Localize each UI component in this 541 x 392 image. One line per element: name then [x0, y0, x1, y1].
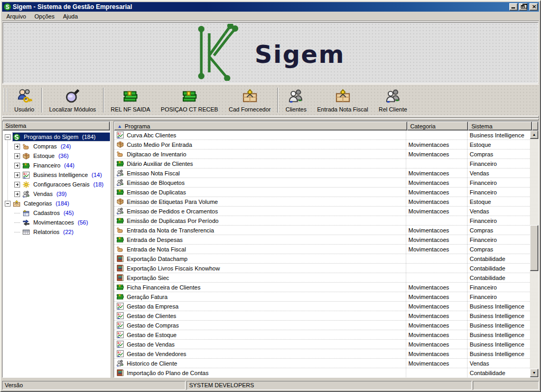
toolbar-button[interactable]: Rel Cliente: [374, 86, 413, 114]
table-row[interactable]: Emissao de DuplicatasMovimentacoesFinanc…: [114, 188, 530, 197]
tree-item[interactable]: Compras(24): [3, 142, 110, 151]
arrows-icon: [22, 219, 30, 227]
category-cell: Movimentacoes: [406, 188, 467, 197]
system-cell: Financeiro: [467, 235, 530, 244]
table-row[interactable]: Emissao Nota FiscalMovimentacoesVendas: [114, 169, 530, 178]
table-row[interactable]: B.IGestao de VendedoresMovimentacoesBusi…: [114, 349, 530, 359]
table-row[interactable]: Custo Medio Por EntradaMovimentacoesEsto…: [114, 140, 530, 150]
tree-connector: [14, 232, 20, 232]
column-header-sistema[interactable]: Sistema: [468, 122, 532, 130]
tree-header[interactable]: Sistema: [3, 122, 110, 130]
tree-item[interactable]: Vendas(39): [3, 189, 110, 199]
table-row[interactable]: B.IGestao de VendasMovimentacoesBusiness…: [114, 340, 530, 349]
toolbar-separator: [277, 88, 278, 113]
restore-button[interactable]: [519, 3, 527, 11]
tree-item[interactable]: Relatorios(22): [3, 227, 110, 237]
minimize-button[interactable]: [509, 3, 518, 11]
system-tree-panel: Sistema Programas do Sigem(184)Compras(2…: [2, 121, 110, 378]
table-row[interactable]: Exportação DatachampContabilidade: [114, 254, 530, 264]
tree-item[interactable]: Movimentacoes(56): [3, 218, 110, 227]
package-icon: [335, 88, 351, 104]
table-row[interactable]: B.ICurva Abc ClientesBusiness Intelligen…: [114, 130, 530, 140]
table-row[interactable]: B.IGestao de ComprasMovimentacoesBusines…: [114, 321, 530, 330]
expand-icon[interactable]: [14, 163, 20, 169]
tree-item[interactable]: Categorias(184): [3, 199, 110, 208]
program-name: Historico de Cliente: [127, 360, 177, 367]
category-cell: Movimentacoes: [406, 292, 467, 301]
tree-item-label: Movimentacoes: [32, 219, 75, 226]
column-header-programa[interactable]: ▲Programa: [114, 122, 407, 130]
tree-item[interactable]: Programas do Sigem(184): [3, 132, 110, 142]
menu-item[interactable]: Opções: [30, 12, 59, 21]
table-row[interactable]: B.IGestao de ClientesMovimentacoesBusine…: [114, 311, 530, 321]
system-cell: Financeiro: [467, 178, 530, 187]
table-row[interactable]: Entrada de Nota FiscalMovimentacoesCompr…: [114, 245, 530, 254]
toolbar-gripper[interactable]: [4, 88, 8, 112]
toolbar-button[interactable]: Entrada Nota Fiscal: [312, 86, 374, 114]
table-row[interactable]: Importação do Plano de ContasContabilida…: [114, 368, 530, 377]
toolbar-button[interactable]: Cad Fornecedor: [223, 86, 276, 114]
category-cell: [406, 273, 467, 282]
people-icon: [116, 359, 124, 367]
expand-icon[interactable]: [14, 191, 20, 197]
tree-item[interactable]: B.IBusiness Intelligence(14): [3, 170, 110, 180]
toolbar-button[interactable]: POSIÇAO CT RECEB: [155, 86, 223, 114]
menu-item[interactable]: Arquivo: [2, 12, 30, 21]
table-row[interactable]: Diário Auxiliar de ClientesFinanceiro: [114, 159, 530, 169]
toolbar-button[interactable]: Usuário: [9, 86, 40, 114]
table-row[interactable]: Exportação Livros Fiscais KnowhowContabi…: [114, 264, 530, 273]
toolbar-button[interactable]: Clientes: [280, 86, 312, 114]
people-icon: [288, 88, 304, 104]
table-row[interactable]: Emissão de Duplicatas Por PeríodoFinance…: [114, 216, 530, 226]
category-cell: Movimentacoes: [406, 245, 467, 254]
tree-item[interactable]: Cadastros(45): [3, 208, 110, 218]
system-cell: Compras: [467, 150, 530, 158]
scroll-up-button[interactable]: ▲: [530, 130, 538, 139]
status-extra: [473, 381, 539, 390]
table-row[interactable]: Emissao de Etiquetas Para VolumeMoviment…: [114, 197, 530, 207]
scroll-down-button[interactable]: ▼: [530, 369, 538, 377]
tree-item[interactable]: Financeiro(44): [3, 161, 110, 170]
table-row[interactable]: B.IGestao da EmpresaMovimentacoesBusines…: [114, 302, 530, 311]
collapse-icon[interactable]: [5, 134, 11, 140]
table-row[interactable]: B.IGestao de EstoqueMovimentacoesBusines…: [114, 330, 530, 340]
toolbar-button[interactable]: REL NF SAIDA: [106, 86, 156, 114]
toolbar-button[interactable]: Localizar Módulos: [44, 86, 101, 114]
toolbar-button-label: Cad Fornecedor: [229, 106, 271, 113]
tree-item[interactable]: Configuracoes Gerais(18): [3, 180, 110, 189]
category-cell: Movimentacoes: [406, 178, 467, 187]
tree-body: Programas do Sigem(184)Compras(24)Estoqu…: [3, 130, 110, 377]
table-row[interactable]: Emissao de Pedidos e OrcamentosMovimenta…: [114, 207, 530, 216]
bi-icon: B.I: [116, 350, 124, 358]
tree-guide-line: [7, 138, 8, 207]
system-cell: Financeiro: [467, 188, 530, 197]
tree-item-label: Vendas: [32, 190, 54, 198]
collapse-icon[interactable]: [5, 201, 11, 207]
column-header-categoria[interactable]: Categoria: [407, 122, 469, 130]
table-row[interactable]: Geração FaturaMovimentacoesFinanceiro: [114, 292, 530, 302]
table-row[interactable]: Historico de ClienteMovimentacoesVendas: [114, 359, 530, 368]
expand-icon[interactable]: [14, 182, 20, 188]
package-icon: [242, 88, 258, 104]
tree-item-count: (14): [91, 172, 102, 178]
vertical-scrollbar[interactable]: ▲ ▼: [530, 130, 538, 377]
toolbar-separator: [41, 88, 42, 113]
table-row[interactable]: Entrada da Nota de TransferenciaMoviment…: [114, 226, 530, 235]
tree-item[interactable]: Estoque(36): [3, 151, 110, 161]
menu-item[interactable]: Ajuda: [59, 12, 82, 21]
expand-icon[interactable]: [14, 144, 20, 150]
scroll-thumb[interactable]: [530, 225, 538, 271]
tree-item-count: (24): [61, 143, 71, 150]
table-row[interactable]: Ficha Financeira de ClientesMovimentacoe…: [114, 283, 530, 292]
bi-icon: B.I: [116, 321, 124, 329]
expand-icon[interactable]: [14, 153, 20, 159]
bi-icon: B.I: [22, 171, 30, 179]
system-cell: Estoque: [467, 197, 530, 206]
close-button[interactable]: ×: [529, 3, 538, 11]
category-cell: Movimentacoes: [406, 207, 467, 216]
table-row[interactable]: Exportação SiecContabilidade: [114, 273, 530, 283]
table-row[interactable]: Entrada de DespesasMovimentacoesFinancei…: [114, 235, 530, 245]
table-row[interactable]: Emissao de BloquetosMovimentacoesFinance…: [114, 178, 530, 188]
table-row[interactable]: Digitacao de InventarioMovimentacoesComp…: [114, 150, 530, 159]
expand-icon[interactable]: [14, 172, 20, 178]
